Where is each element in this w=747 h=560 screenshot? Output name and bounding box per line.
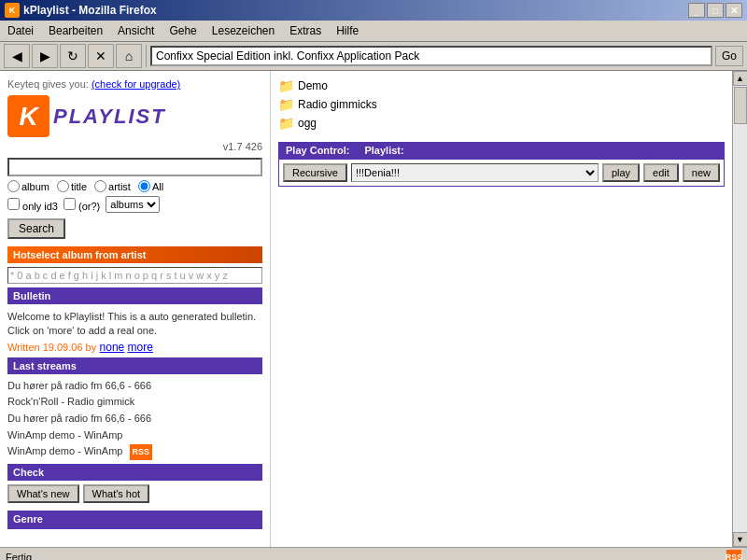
stop-button[interactable]: ✕ — [88, 44, 114, 68]
search-button[interactable]: Search — [7, 218, 65, 239]
stream-item-2: Du hører på radio fm 66,6 - 666 — [7, 411, 262, 427]
close-button[interactable]: ✕ — [726, 3, 742, 18]
new-button[interactable]: new — [683, 163, 720, 182]
bulletin-date: Written 19.09.06 by — [7, 342, 96, 353]
bulletin-header: Bulletin — [7, 287, 262, 304]
play-control-body: Recursive !!!Denia!!! play edit new — [278, 159, 725, 187]
recursive-button[interactable]: Recursive — [283, 163, 347, 182]
play-control-label: Play Control: — [278, 142, 357, 159]
window-icon: K — [5, 3, 20, 18]
left-panel: Keyteq gives you: (check for upgrade) K … — [0, 71, 271, 547]
radio-album[interactable]: album — [7, 180, 49, 192]
logo-text: PLAYLIST — [53, 105, 166, 129]
scroll-down-arrow[interactable]: ▼ — [733, 532, 748, 547]
menu-hilfe[interactable]: Hilfe — [332, 22, 362, 39]
check-header: Check — [7, 464, 262, 481]
play-button[interactable]: play — [602, 163, 640, 182]
folder-radio-label: Radio gimmicks — [298, 98, 377, 111]
stream-item-4: WinAmp demo - WinAmp RSS — [7, 443, 262, 460]
checkbox-only-id3[interactable]: only id3 — [7, 198, 58, 212]
bulletin-author-link[interactable]: none — [100, 341, 125, 354]
keyteq-header: Keyteq gives you: (check for upgrade) — [7, 78, 262, 90]
address-bar: Go — [150, 46, 743, 66]
reload-button[interactable]: ↻ — [60, 44, 86, 68]
check-buttons: What's new What's hot — [7, 484, 262, 503]
home-button[interactable]: ⌂ — [116, 44, 142, 68]
menu-extras[interactable]: Extras — [286, 22, 325, 39]
stream-list: Du hører på radio fm 66,6 - 666 Rock'n'R… — [7, 378, 262, 460]
search-input[interactable] — [7, 158, 262, 176]
whats-hot-button[interactable]: What's hot — [83, 484, 150, 503]
keyteq-link[interactable]: (check for upgrade) — [92, 78, 180, 90]
menubar: Datei Bearbeiten Ansicht Gehe Lesezeiche… — [0, 21, 747, 42]
logo-k-icon: K — [7, 95, 49, 137]
main-area: Keyteq gives you: (check for upgrade) K … — [0, 71, 747, 547]
checkbox-or[interactable]: (or?) — [63, 198, 100, 212]
folder-demo[interactable]: 📁 Demo — [278, 78, 725, 93]
menu-gehe[interactable]: Gehe — [165, 22, 200, 39]
whats-new-button[interactable]: What's new — [7, 484, 79, 503]
scroll-thumb[interactable] — [734, 87, 747, 124]
window-title: kPlaylist - Mozilla Firefox — [23, 4, 157, 17]
scroll-track[interactable] — [733, 86, 747, 532]
genre-header: Genre — [7, 511, 262, 529]
bulletin-text: Welcome to kPlaylist! This is a auto gen… — [7, 310, 262, 339]
radio-row: album title artist All — [7, 180, 262, 192]
folder-radio-gimmicks[interactable]: 📁 Radio gimmicks — [278, 97, 725, 112]
bulletin-more-link[interactable]: more — [128, 341, 153, 354]
stream-item-3: WinAmp demo - WinAmp — [7, 427, 262, 444]
play-control-header: Play Control: Playlist: — [278, 142, 725, 159]
stream-item-0: Du hører på radio fm 66,6 - 666 — [7, 378, 262, 395]
radio-all[interactable]: All — [138, 180, 163, 192]
radio-artist[interactable]: artist — [94, 180, 131, 192]
type-dropdown[interactable]: albums tracks artists — [106, 196, 160, 213]
folder-ogg[interactable]: 📁 ogg — [278, 116, 725, 131]
status-text: Fertig — [6, 552, 32, 561]
maximize-button[interactable]: □ — [707, 3, 724, 18]
scroll-up-arrow[interactable]: ▲ — [733, 71, 748, 86]
rss-icon: RSS — [726, 550, 741, 561]
playlist-dropdown[interactable]: !!!Denia!!! — [351, 163, 599, 182]
toolbar: ◀ ▶ ↻ ✕ ⌂ Go — [0, 42, 747, 71]
edit-button[interactable]: edit — [643, 163, 679, 182]
menu-lesezeichen[interactable]: Lesezeichen — [208, 22, 278, 39]
address-input[interactable] — [150, 46, 712, 66]
titlebar: K kPlaylist - Mozilla Firefox _ □ ✕ — [0, 0, 747, 21]
statusbar: Fertig RSS — [0, 547, 747, 560]
rss-badge: RSS — [130, 444, 153, 459]
folder-demo-label: Demo — [298, 79, 328, 92]
right-panel: 📁 Demo 📁 Radio gimmicks 📁 ogg Play Contr… — [271, 71, 732, 547]
version-text: v1.7 426 — [7, 141, 262, 152]
menu-datei[interactable]: Datei — [4, 22, 37, 39]
play-control-area: Play Control: Playlist: Recursive !!!Den… — [278, 142, 725, 187]
folder-ogg-label: ogg — [298, 117, 317, 130]
hotselect-input[interactable] — [7, 267, 262, 284]
scrollbar[interactable]: ▲ ▼ — [732, 71, 747, 547]
hotselect-header: Hotselect album from artist — [7, 246, 262, 263]
window-controls: _ □ ✕ — [688, 3, 742, 18]
folder-icon: 📁 — [278, 116, 294, 131]
menu-ansicht[interactable]: Ansicht — [114, 22, 158, 39]
radio-title[interactable]: title — [57, 180, 87, 192]
last-streams-header: Last streams — [7, 357, 262, 374]
minimize-button[interactable]: _ — [688, 3, 705, 18]
playlist-label: Playlist: — [357, 142, 725, 159]
checkbox-row: only id3 (or?) albums tracks artists — [7, 196, 262, 213]
menu-bearbeiten[interactable]: Bearbeiten — [45, 22, 106, 39]
folder-icon: 📁 — [278, 97, 294, 112]
toolbar-separator — [146, 45, 147, 67]
go-button[interactable]: Go — [715, 46, 743, 66]
back-button[interactable]: ◀ — [4, 44, 30, 68]
logo-area: K PLAYLIST — [7, 95, 262, 137]
stream-item-1: Rock'n'Roll - Radio gimmick — [7, 394, 262, 411]
forward-button[interactable]: ▶ — [32, 44, 58, 68]
folder-icon: 📁 — [278, 78, 294, 93]
